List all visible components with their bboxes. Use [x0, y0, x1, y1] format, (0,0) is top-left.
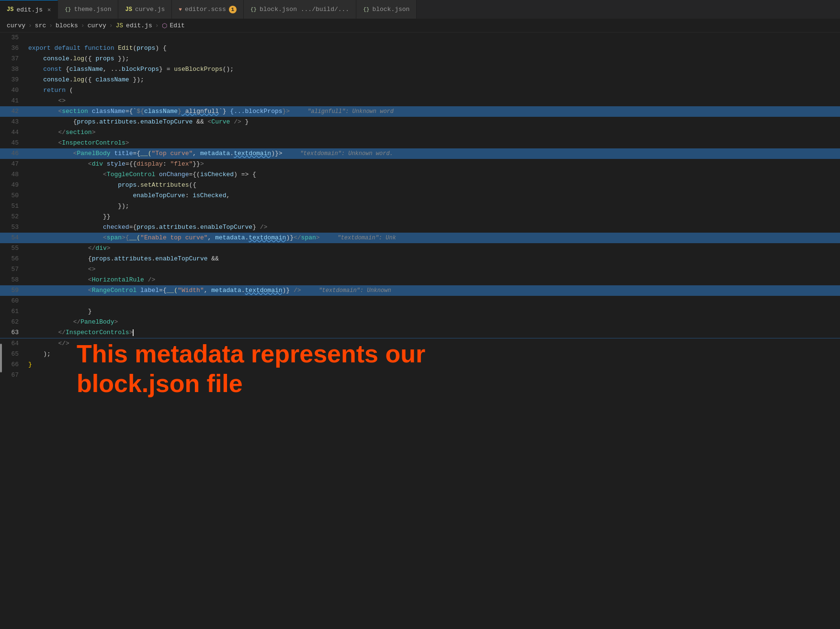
- breadcrumb-js-icon: JS: [116, 22, 124, 29]
- code-line-61: 61 }: [0, 306, 840, 317]
- code-line-38: 38 const {className, ...blockProps} = us…: [0, 64, 840, 75]
- code-line-54: 54 <span>{__("Enable top curve", metadat…: [0, 233, 840, 243]
- js-icon: JS: [125, 6, 132, 13]
- code-line-36: 36 export default function Edit(props) {: [0, 43, 840, 54]
- modified-badge: 1: [229, 6, 237, 13]
- code-line-58: 58 <HorizontalRule />: [0, 275, 840, 285]
- code-line-51: 51 });: [0, 201, 840, 212]
- code-line-47: 47 <div style={{display: "flex"}}>: [0, 159, 840, 169]
- code-line-40: 40 return (: [0, 85, 840, 96]
- code-line-56: 56 {props.attributes.enableTopCurve &&: [0, 254, 840, 264]
- breadcrumb-blocks[interactable]: blocks: [56, 22, 78, 29]
- code-line-64: 64 </>: [0, 338, 840, 349]
- tab-label: block.json .../build/...: [260, 6, 349, 13]
- tab-edit-js[interactable]: JS edit.js ✕: [0, 0, 58, 19]
- code-line-52: 52 }}: [0, 212, 840, 222]
- code-line-63: 63 </InspectorControls>: [0, 327, 840, 338]
- code-line-55: 55 </div>: [0, 243, 840, 254]
- tab-close-button[interactable]: ✕: [47, 6, 51, 13]
- code-line-62: 62 </PanelBody>: [0, 317, 840, 327]
- breadcrumb-src[interactable]: src: [35, 22, 46, 29]
- breadcrumb-edit-js[interactable]: edit.js: [126, 22, 152, 29]
- tab-curve-js[interactable]: JS curve.js: [118, 0, 172, 19]
- tab-label: block.json: [372, 6, 409, 13]
- tab-block-json-build[interactable]: {} block.json .../build/...: [244, 0, 356, 19]
- js-icon: JS: [7, 6, 13, 13]
- scss-icon: ♥: [179, 7, 182, 12]
- tab-editor-scss[interactable]: ♥ editor.scss 1: [172, 0, 243, 19]
- json-icon: {}: [363, 7, 369, 12]
- tab-label: curve.js: [135, 6, 165, 13]
- code-line-66: 66 }: [0, 359, 840, 370]
- code-line-60: 60: [0, 296, 840, 306]
- tab-block-json[interactable]: {} block.json: [356, 0, 417, 19]
- code-line-67: 67: [0, 370, 840, 381]
- code-line-41: 41 <>: [0, 96, 840, 106]
- json-icon: {}: [65, 7, 71, 12]
- code-line-46: 46 <PanelBody title={__("Top curve", met…: [0, 148, 840, 159]
- code-line-48: 48 <ToggleControl onChange={(isChecked) …: [0, 169, 840, 180]
- code-line-35: 35: [0, 33, 840, 43]
- breadcrumb-curvy2[interactable]: curvy: [88, 22, 106, 29]
- tab-bar: JS edit.js ✕ {} theme.json JS curve.js ♥…: [0, 0, 840, 19]
- breadcrumb: curvy › src › blocks › curvy › JS edit.j…: [0, 19, 840, 33]
- code-line-50: 50 enableTopCurve: isChecked,: [0, 191, 840, 201]
- breadcrumb-symbol-icon: ⬡: [162, 22, 167, 30]
- code-line-57: 57 <>: [0, 264, 840, 275]
- code-line-53: 53 checked={props.attributes.enableTopCu…: [0, 222, 840, 233]
- tab-label: theme.json: [74, 6, 111, 13]
- code-line-65: 65 );: [0, 349, 840, 359]
- code-line-37: 37 console.log({ props });: [0, 54, 840, 64]
- code-line-42: 42 <section className={`${className} ali…: [0, 106, 840, 117]
- code-editor[interactable]: 35 36 export default function Edit(props…: [0, 33, 840, 629]
- json-icon: {}: [250, 7, 257, 12]
- tab-theme-json[interactable]: {} theme.json: [58, 0, 118, 19]
- code-line-45: 45 <InspectorControls>: [0, 138, 840, 148]
- code-line-39: 39 console.log({ className });: [0, 75, 840, 85]
- breadcrumb-edit-symbol[interactable]: Edit: [170, 22, 185, 29]
- code-line-43: 43 {props.attributes.enableTopCurve && <…: [0, 117, 840, 127]
- code-line-44: 44 </section>: [0, 127, 840, 138]
- tab-label: edit.js: [16, 6, 43, 13]
- tab-label: editor.scss: [185, 6, 226, 13]
- breadcrumb-curvy[interactable]: curvy: [7, 22, 25, 29]
- code-line-49: 49 props.setAttributes({: [0, 180, 840, 191]
- code-line-59: 59 <RangeControl label={__("Width", meta…: [0, 285, 840, 296]
